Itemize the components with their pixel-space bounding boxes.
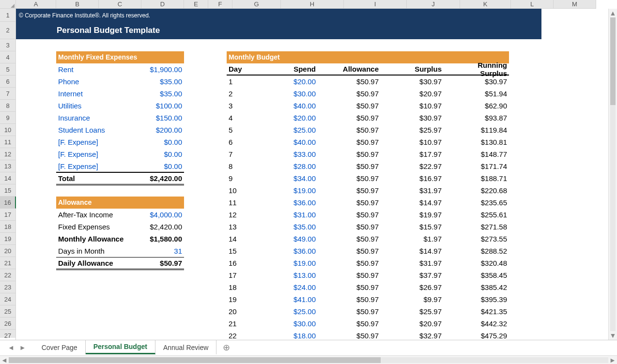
budget-row[interactable]: 6$40.00$50.97$10.97$130.81 [227, 136, 509, 148]
vertical-scrollbar[interactable]: ▲ ▼ [608, 9, 617, 340]
column-header-A[interactable]: A [16, 0, 56, 9]
row-header-5[interactable]: 5 [0, 63, 16, 76]
scroll-left-icon[interactable]: ◄ [0, 356, 9, 364]
row-header-7[interactable]: 7 [0, 88, 16, 100]
budget-row[interactable]: 18$24.00$50.97$26.97$385.42 [227, 281, 509, 293]
row-header-14[interactable]: 14 [0, 172, 16, 184]
row-header-17[interactable]: 17 [0, 209, 16, 221]
scroll-down-icon[interactable]: ▼ [609, 331, 617, 340]
column-header-M[interactable]: M [554, 0, 596, 9]
select-all-corner[interactable] [0, 0, 16, 9]
budget-row[interactable]: 9$34.00$50.97$16.97$188.71 [227, 172, 509, 184]
row-header-25[interactable]: 25 [0, 305, 16, 318]
column-header-G[interactable]: G [232, 0, 281, 9]
row-header-1[interactable]: 1 [0, 9, 16, 22]
column-header-I[interactable]: I [344, 0, 407, 9]
fixed-expense-row[interactable]: Insurance$150.00 [56, 112, 184, 124]
row-header-9[interactable]: 9 [0, 112, 16, 124]
allowance-row[interactable]: Daily Allowance$50.97 [56, 257, 184, 270]
hscroll-track[interactable] [9, 357, 608, 363]
fixed-expense-row[interactable]: Student Loans$200.00 [56, 124, 184, 136]
allowance-row[interactable]: After-Tax Income$4,000.00 [56, 209, 184, 221]
tab-nav-next-icon[interactable]: ► [19, 344, 26, 351]
budget-row[interactable]: 4$20.00$50.97$30.97$93.87 [227, 112, 509, 124]
budget-row[interactable]: 3$40.00$50.97$10.97$62.90 [227, 100, 509, 112]
budget-day: 12 [227, 211, 275, 219]
horizontal-scrollbar[interactable]: ◄ ► [0, 355, 617, 364]
budget-day: 9 [227, 174, 275, 182]
column-header-E[interactable]: E [184, 0, 208, 9]
sheet-tab[interactable]: Personal Budget [86, 340, 155, 354]
column-header-F[interactable]: F [208, 0, 232, 9]
column-header-J[interactable]: J [407, 0, 460, 9]
column-header-K[interactable]: K [460, 0, 511, 9]
row-header-19[interactable]: 19 [0, 233, 16, 245]
budget-row[interactable]: 11$36.00$50.97$14.97$235.65 [227, 197, 509, 209]
row-header-3[interactable]: 3 [0, 39, 16, 51]
scroll-right-icon[interactable]: ► [608, 356, 617, 364]
fixed-expense-row[interactable]: [F. Expense]$0.00 [56, 136, 184, 148]
budget-row[interactable]: 1$20.00$50.97$30.97$30.97 [227, 76, 509, 88]
budget-allowance: $50.97 [324, 259, 386, 267]
row-header-2[interactable]: 2 [0, 22, 16, 39]
expense-label: Utilities [56, 102, 136, 110]
budget-row[interactable]: 16$19.00$50.97$31.97$320.48 [227, 257, 509, 269]
budget-row[interactable]: 12$31.00$50.97$19.97$255.61 [227, 209, 509, 221]
budget-row[interactable]: 15$36.00$50.97$14.97$288.52 [227, 245, 509, 257]
row-header-10[interactable]: 10 [0, 124, 16, 136]
add-sheet-button[interactable]: ⊕ [216, 342, 236, 353]
budget-row[interactable]: 20$25.00$50.97$25.97$421.35 [227, 305, 509, 318]
column-header-D[interactable]: D [141, 0, 184, 9]
allowance-row[interactable]: Days in Month31 [56, 245, 184, 257]
budget-row[interactable]: 19$41.00$50.97$9.97$395.39 [227, 293, 509, 305]
budget-day: 3 [227, 102, 275, 110]
fixed-expense-row[interactable]: [F. Expense]$0.00 [56, 148, 184, 160]
budget-row[interactable]: 7$33.00$50.97$17.97$148.77 [227, 148, 509, 160]
budget-row[interactable]: 5$25.00$50.97$25.97$119.84 [227, 124, 509, 136]
column-header-H[interactable]: H [281, 0, 344, 9]
row-header-13[interactable]: 13 [0, 160, 16, 172]
budget-row[interactable]: 2$30.00$50.97$20.97$51.94 [227, 88, 509, 100]
fixed-expense-row[interactable]: Internet$35.00 [56, 88, 184, 100]
fixed-expense-row[interactable]: Phone$35.00 [56, 76, 184, 88]
row-header-21[interactable]: 21 [0, 257, 16, 269]
vscroll-track[interactable] [610, 17, 616, 331]
cell-area[interactable]: © Corporate Finance Institute®. All righ… [16, 9, 617, 338]
budget-row[interactable]: 17$13.00$50.97$37.97$358.45 [227, 269, 509, 281]
fixed-expense-row[interactable]: [F. Expense]$0.00 [56, 160, 184, 172]
row-header-16[interactable]: 16 [0, 197, 16, 209]
total-value: $2,420.00 [136, 174, 184, 182]
column-header-L[interactable]: L [511, 0, 554, 9]
fixed-expense-row[interactable]: Rent$1,900.00 [56, 63, 184, 76]
budget-surplus: $37.97 [386, 271, 449, 279]
row-header-20[interactable]: 20 [0, 245, 16, 257]
hscroll-thumb[interactable] [9, 357, 381, 363]
row-header-8[interactable]: 8 [0, 100, 16, 112]
scroll-up-icon[interactable]: ▲ [609, 9, 617, 17]
budget-row[interactable]: 21$30.00$50.97$20.97$442.32 [227, 318, 509, 330]
row-header-11[interactable]: 11 [0, 136, 16, 148]
row-header-26[interactable]: 26 [0, 318, 16, 330]
row-header-18[interactable]: 18 [0, 221, 16, 233]
row-header-4[interactable]: 4 [0, 51, 16, 63]
budget-row[interactable]: 14$49.00$50.97$1.97$273.55 [227, 233, 509, 245]
row-header-15[interactable]: 15 [0, 184, 16, 197]
row-header-22[interactable]: 22 [0, 269, 16, 281]
row-header-6[interactable]: 6 [0, 76, 16, 88]
vscroll-thumb[interactable] [610, 17, 616, 105]
fixed-expense-row[interactable]: Utilities$100.00 [56, 100, 184, 112]
row-header-12[interactable]: 12 [0, 148, 16, 160]
budget-row[interactable]: 10$19.00$50.97$31.97$220.68 [227, 184, 509, 197]
allowance-row[interactable]: Fixed Expenses$2,420.00 [56, 221, 184, 233]
row-header-23[interactable]: 23 [0, 281, 16, 293]
budget-allowance: $50.97 [324, 126, 386, 134]
budget-row[interactable]: 13$35.00$50.97$15.97$271.58 [227, 221, 509, 233]
tab-nav-prev-icon[interactable]: ◄ [8, 344, 15, 351]
column-header-B[interactable]: B [56, 0, 99, 9]
sheet-tab[interactable]: Cover Page [34, 340, 86, 354]
sheet-tab[interactable]: Annual Review [155, 340, 216, 354]
budget-row[interactable]: 8$28.00$50.97$22.97$171.74 [227, 160, 509, 172]
row-header-24[interactable]: 24 [0, 293, 16, 305]
column-header-C[interactable]: C [99, 0, 141, 9]
allowance-row[interactable]: Monthly Allowance$1,580.00 [56, 233, 184, 245]
